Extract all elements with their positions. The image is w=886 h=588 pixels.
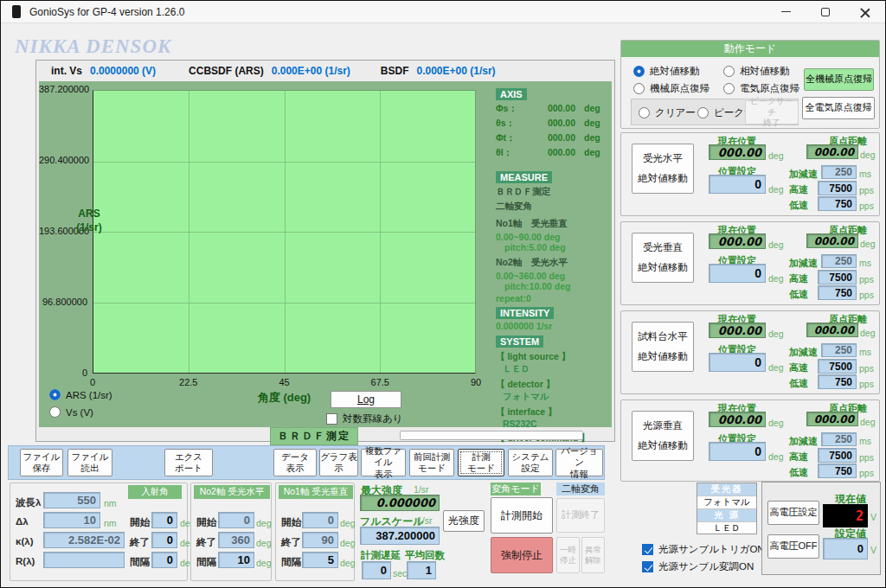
kappa-input[interactable]: 2.582E-02 <box>43 532 125 548</box>
radio-absolute-move[interactable]: 絶対値移動 <box>633 65 700 78</box>
file-load-button[interactable]: ファイル 読出 <box>67 449 112 476</box>
radio-clear[interactable]: クリアー <box>639 106 696 119</box>
log-grid-checkbox[interactable]: 対数罫線あり <box>326 412 403 425</box>
high-speed-input[interactable]: 7500 <box>818 270 857 284</box>
no1-end-input[interactable]: 90 <box>302 532 338 548</box>
measure-mode-button[interactable]: 計測 モード <box>458 449 504 476</box>
low-speed-input[interactable]: 750 <box>818 463 857 478</box>
unit-pps: pps <box>859 468 874 478</box>
unit-deg: deg <box>860 239 876 249</box>
low-speed-input[interactable]: 750 <box>818 374 857 389</box>
delta-lambda-input[interactable]: 10 <box>43 512 100 528</box>
graph-view-button[interactable]: グラフ表示 <box>319 449 358 476</box>
incident-pitch-input[interactable]: 0 <box>151 552 177 568</box>
brand-logo: NIKKA DENSOK <box>15 35 171 58</box>
error-clear-button[interactable]: 異常 解除 <box>581 537 605 573</box>
no1-pitch-input[interactable]: 5 <box>302 552 338 568</box>
close-button[interactable] <box>845 1 885 22</box>
high-speed-input[interactable]: 7500 <box>818 181 857 195</box>
bsdf-value: 0.000E+00 (1/sr) <box>417 65 496 77</box>
no2-axis-header: No2軸 受光水平 <box>194 485 270 499</box>
measure-type: 二軸変角 <box>496 201 610 213</box>
average-label: 平均回数 <box>405 549 445 562</box>
version-info-button[interactable]: バージョン 情報 <box>555 449 603 476</box>
delay-input[interactable]: 0 <box>362 561 391 579</box>
axis-move-button[interactable]: 光源垂直 絶対値移動 <box>632 411 694 461</box>
system-row-value: RS232C <box>496 419 610 429</box>
low-speed-label: 低速 <box>789 199 808 212</box>
r-lambda-input[interactable] <box>43 552 125 568</box>
position-set-input[interactable]: 0 <box>709 264 766 283</box>
radio-vs[interactable]: Vs (V) <box>49 406 93 418</box>
multi-file-view-button[interactable]: 複数ファイル 表示 <box>361 449 406 476</box>
measure-end-button[interactable]: 計測終了 <box>556 498 605 533</box>
system-settings-button[interactable]: システム 設定 <box>508 449 553 476</box>
no2-start-input[interactable]: 0 <box>218 512 254 528</box>
system-row-value: フォトマル <box>496 391 610 403</box>
all-mech-origin-button[interactable]: 全機械原点復帰 <box>804 68 874 91</box>
unit-v: V <box>870 512 876 522</box>
light-sample-trigger-checkbox[interactable]: 光源サンプルトリガON <box>642 543 765 556</box>
origin-distance-display: 000.00 <box>806 412 858 426</box>
all-elec-origin-button[interactable]: 全電気原点復帰 <box>802 97 875 119</box>
incident-start-input[interactable]: 0 <box>151 512 177 528</box>
radio-icon <box>723 83 735 94</box>
current-position-display: 000.00 <box>709 323 766 338</box>
hv-set-button[interactable]: 高電圧設定 <box>767 501 819 525</box>
pause-button[interactable]: 一時 停止 <box>556 537 580 573</box>
fullscale-input[interactable]: 387.200000 <box>360 527 440 545</box>
high-speed-input[interactable]: 7500 <box>818 359 857 374</box>
log-scale-button[interactable]: Log <box>331 391 401 408</box>
axis-row-unit: deg <box>584 132 600 144</box>
no1-start-input[interactable]: 0 <box>302 512 338 528</box>
light-intensity-button[interactable]: 光強度 <box>443 510 485 532</box>
unit-deg: deg <box>256 558 272 568</box>
low-speed-input[interactable]: 750 <box>818 285 857 300</box>
prev-measure-mode-button[interactable]: 前回計測 モード <box>409 449 454 476</box>
hv-set-input[interactable]: 0 <box>823 538 868 559</box>
axis-move-label: 絶対値移動 <box>638 439 688 452</box>
light-sample-modulation-checkbox[interactable]: 光源サンプル変調ON <box>642 560 754 573</box>
accel-label: 加減速 <box>789 346 818 359</box>
radio-ars[interactable]: ARS (1/sr) <box>49 389 112 400</box>
position-set-input[interactable]: 0 <box>709 353 766 372</box>
export-button[interactable]: エクス ポート <box>164 449 213 476</box>
radio-elec-origin[interactable]: 電気原点復帰 <box>723 82 799 95</box>
wavelength-input[interactable]: 550 <box>43 492 100 508</box>
file-save-button[interactable]: ファイル 保存 <box>20 449 63 476</box>
no2-pitch-input[interactable]: 10 <box>218 552 254 568</box>
axis-move-button[interactable]: 受光垂直 絶対値移動 <box>632 233 694 283</box>
average-input[interactable]: 1 <box>407 561 436 579</box>
nijiku-header: 二軸変角 <box>556 483 605 495</box>
no1-range: 0.00~90.00 deg <box>496 232 610 242</box>
no1-axis-header: No1軸 受光垂直 <box>279 485 353 499</box>
accel-input[interactable]: 250 <box>821 165 857 179</box>
data-view-button[interactable]: データ 表示 <box>273 449 317 476</box>
unit-pps: pps <box>859 185 874 195</box>
accel-input[interactable]: 250 <box>821 254 857 268</box>
radio-relative-move[interactable]: 相対値移動 <box>723 65 790 78</box>
gridline <box>285 91 286 373</box>
minimize-button[interactable] <box>766 1 806 22</box>
axis-move-button[interactable]: 試料台水平 絶対値移動 <box>632 322 694 372</box>
unit-deg: deg <box>768 273 784 284</box>
radio-mech-origin[interactable]: 機械原点復帰 <box>633 82 709 95</box>
low-speed-input[interactable]: 750 <box>818 196 857 211</box>
force-stop-button[interactable]: 強制停止 <box>491 537 553 573</box>
position-set-input[interactable]: 0 <box>709 175 766 194</box>
no2-end-input[interactable]: 360 <box>218 532 254 548</box>
checkbox-icon <box>326 413 337 425</box>
incident-end-input[interactable]: 0 <box>151 532 177 548</box>
maximize-button[interactable] <box>806 1 845 22</box>
peak-search-end-button[interactable]: ピークサーチ 終了 <box>745 100 799 125</box>
axis-row-label: θl： <box>496 147 527 159</box>
accel-input[interactable]: 250 <box>821 343 857 357</box>
high-speed-input[interactable]: 7500 <box>818 448 857 463</box>
hv-off-button[interactable]: 高電圧OFF <box>767 534 819 559</box>
close-icon <box>860 7 870 17</box>
accel-input[interactable]: 250 <box>821 432 857 446</box>
measure-start-button[interactable]: 計測開始 <box>491 497 553 534</box>
axis-move-button[interactable]: 受光水平 絶対値移動 <box>632 144 694 194</box>
accel-label: 加減速 <box>789 257 818 270</box>
position-set-input[interactable]: 0 <box>709 442 766 461</box>
